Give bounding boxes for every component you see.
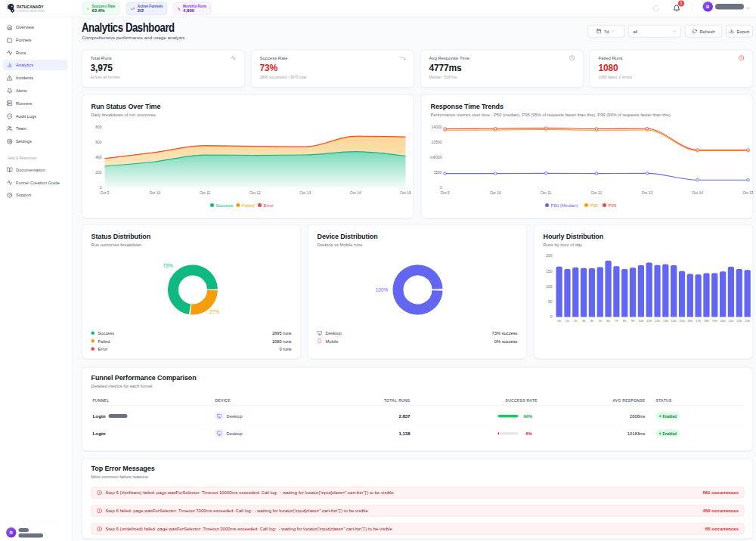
svg-text:P50 (Median): P50 (Median) [551, 203, 578, 208]
svg-text:Oct 10: Oct 10 [149, 190, 160, 195]
svg-text:2h: 2h [574, 319, 578, 323]
svg-text:50: 50 [548, 299, 553, 304]
svg-text:1h: 1h [565, 319, 569, 323]
svg-text:20h: 20h [720, 319, 727, 323]
svg-text:11h: 11h [646, 319, 652, 323]
svg-text:17h: 17h [696, 319, 702, 323]
svg-text:Oct 13: Oct 13 [641, 190, 652, 195]
svg-text:7h: 7h [615, 319, 618, 323]
svg-text:400: 400 [95, 155, 102, 159]
svg-text:0: 0 [550, 314, 553, 319]
svg-text:21h: 21h [728, 319, 734, 323]
svg-text:73%: 73% [163, 263, 172, 268]
svg-text:12h: 12h [655, 319, 661, 323]
svg-text:Oct 9: Oct 9 [101, 190, 110, 195]
svg-text:0: 0 [100, 185, 102, 190]
svg-text:16h: 16h [687, 319, 693, 323]
svg-text:Oct 15: Oct 15 [400, 190, 411, 195]
svg-text:Oct 11: Oct 11 [200, 190, 211, 195]
svg-text:14h: 14h [671, 319, 677, 323]
svg-text:Success: Success [216, 203, 234, 208]
svg-text:3h: 3h [582, 319, 586, 323]
svg-text:0: 0 [440, 185, 442, 190]
svg-text:200: 200 [546, 253, 553, 258]
svg-text:23h: 23h [745, 319, 751, 323]
svg-text:14000: 14000 [432, 125, 442, 129]
svg-text:6h: 6h [606, 319, 610, 323]
svg-text:15h: 15h [679, 319, 685, 323]
svg-text:22h: 22h [736, 319, 742, 323]
svg-text:4h: 4h [590, 319, 594, 323]
svg-text:13h: 13h [663, 319, 669, 323]
svg-text:100: 100 [546, 284, 553, 289]
svg-text:10500: 10500 [432, 140, 442, 144]
svg-text:5h: 5h [598, 319, 602, 323]
svg-text:P99: P99 [609, 203, 617, 208]
svg-text:19h: 19h [712, 319, 718, 323]
svg-text:Oct 10: Oct 10 [490, 190, 501, 195]
svg-text:0h: 0h [557, 319, 561, 323]
svg-text:Oct 14: Oct 14 [692, 190, 703, 195]
svg-text:9h: 9h [631, 319, 635, 323]
svg-text:Oct 13: Oct 13 [299, 190, 311, 195]
svg-text:Oct 14: Oct 14 [350, 190, 361, 195]
svg-text:100%: 100% [376, 287, 389, 292]
svg-text:150: 150 [546, 269, 553, 274]
svg-text:P95: P95 [590, 203, 599, 208]
svg-text:Oct 12: Oct 12 [249, 190, 261, 195]
svg-text:Oct 9: Oct 9 [441, 190, 450, 195]
svg-text:ms: ms [430, 155, 435, 159]
svg-text:600: 600 [95, 140, 102, 144]
svg-text:Oct 11: Oct 11 [541, 190, 552, 195]
svg-text:18h: 18h [704, 319, 710, 323]
svg-text:10h: 10h [638, 319, 644, 323]
svg-text:8h: 8h [623, 319, 627, 323]
svg-text:3500: 3500 [433, 170, 442, 175]
svg-text:200: 200 [95, 170, 102, 175]
svg-text:Failed: Failed [242, 203, 254, 208]
svg-text:Oct 12: Oct 12 [591, 190, 603, 195]
svg-text:800: 800 [95, 125, 102, 129]
svg-text:Error: Error [264, 203, 274, 208]
svg-text:Oct 15: Oct 15 [742, 190, 753, 195]
svg-text:27%: 27% [209, 309, 219, 314]
